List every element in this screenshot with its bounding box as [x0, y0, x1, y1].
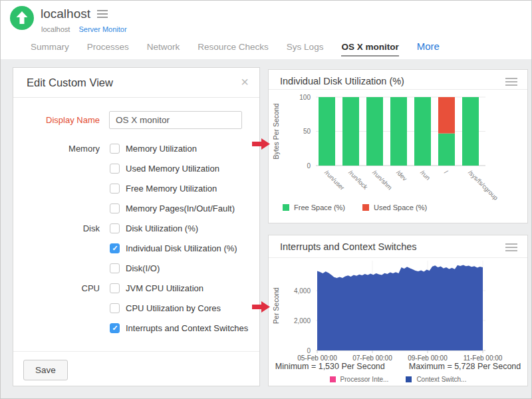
edit-custom-view-panel: Edit Custom View × Display Name MemoryMe…	[13, 67, 260, 386]
option-row-disk-i-o: Disk(I/O)	[13, 258, 259, 278]
chart-legend: Free Space (%)Used Space (%)	[283, 203, 427, 211]
svg-text:05-Feb 00:00: 05-Feb 00:00	[297, 354, 337, 360]
checkbox-label: Disk Utilization (%)	[126, 223, 198, 233]
checkbox-label: Individual Disk Utilization (%)	[126, 243, 237, 253]
legend-label: Used Space (%)	[374, 203, 427, 211]
option-row-cpu-utilization-by-cores: CPU Utilization by Cores	[13, 298, 259, 318]
svg-text:4,000: 4,000	[294, 287, 311, 295]
legend-label: Context Switch...	[416, 376, 466, 383]
group-label: CPU	[13, 283, 100, 293]
chart-min-max-stats: Minimum = 1,530 Per Second Maximum = 5,7…	[269, 362, 527, 371]
save-button[interactable]: Save	[23, 360, 68, 380]
checkbox-free-memory-utilization[interactable]	[110, 184, 120, 194]
svg-text:/: /	[443, 169, 450, 176]
svg-text:11-Feb 00:00: 11-Feb 00:00	[464, 354, 503, 360]
svg-text:07-Feb 00:00: 07-Feb 00:00	[352, 354, 392, 360]
chart-menu-icon[interactable]	[505, 78, 517, 86]
option-row-free-memory-utilization: Free Memory Utilization	[13, 178, 259, 198]
monitor-status-icon	[10, 6, 34, 30]
checkbox-cpu-utilization-by-cores[interactable]	[110, 303, 120, 313]
legend-item-context-switch[interactable]: Context Switch...	[406, 376, 466, 383]
legend-item-processor-inte[interactable]: Processor Inte...	[330, 376, 389, 383]
checkbox-label: Disk(I/O)	[126, 263, 160, 273]
option-row-individual-disk-utilization: Individual Disk Utilization (%)	[13, 238, 259, 258]
metric-checkbox-groups: MemoryMemory UtilizationUsed Memory Util…	[13, 138, 259, 338]
checkbox-memory-pages-in-out-fault[interactable]	[110, 203, 120, 213]
legend-item-free-space[interactable]: Free Space (%)	[283, 203, 345, 211]
tab-resource-checks[interactable]: Resource Checks	[198, 42, 269, 57]
svg-text:/sys/fs/cgroup: /sys/fs/cgroup	[467, 169, 499, 201]
disk-utilization-bar-chart: 050100/run/user/run/lock/run/shm/dev/run…	[269, 91, 528, 201]
server-monitor-screen: localhost localhost Server Monitor Summa…	[0, 0, 532, 399]
tab-more[interactable]: More	[417, 41, 440, 57]
chart-card-header: Individual Disk Utilization (%)	[269, 70, 527, 90]
tab-sys-logs[interactable]: Sys Logs	[287, 42, 324, 57]
svg-text:100: 100	[299, 94, 311, 101]
tab-summary[interactable]: Summary	[31, 42, 69, 57]
chart-menu-icon[interactable]	[505, 243, 517, 251]
checkbox-label: Used Memory Utilization	[126, 164, 219, 174]
chart-legend: Processor Inte...Context Switch...	[269, 376, 527, 383]
tab-processes[interactable]: Processes	[87, 42, 129, 57]
checkbox-memory-utilization[interactable]	[110, 144, 120, 154]
svg-text:09-Feb 00:00: 09-Feb 00:00	[408, 354, 448, 360]
svg-text:Per Second: Per Second	[272, 287, 280, 324]
tab-network[interactable]: Network	[147, 42, 180, 57]
checkbox-disk-utilization[interactable]	[110, 223, 120, 233]
svg-text:/run: /run	[419, 169, 432, 182]
display-name-input[interactable]	[109, 111, 242, 129]
svg-text:2,000: 2,000	[294, 317, 311, 325]
option-row-used-memory-utilization: Used Memory Utilization	[13, 158, 259, 178]
display-name-row: Display Name	[13, 111, 259, 129]
chart-title: Interrupts and Context Switches	[269, 235, 527, 252]
header-menu-icon[interactable]	[97, 10, 108, 18]
legend-item-used-space[interactable]: Used Space (%)	[362, 203, 427, 211]
svg-text:Bytes Per Second: Bytes Per Second	[272, 103, 280, 159]
checkbox-used-memory-utilization[interactable]	[110, 164, 120, 174]
legend-swatch	[283, 204, 289, 211]
chart-card-header: Interrupts and Context Switches	[269, 235, 527, 258]
checkbox-label: JVM CPU Utilization	[126, 283, 203, 293]
page-title: localhost	[41, 7, 90, 21]
checkbox-label: Interrupts and Context Switches	[126, 323, 248, 333]
checkbox-interrupts-and-context-switches[interactable]	[110, 323, 120, 333]
option-row-interrupts-and-context-switches: Interrupts and Context Switches	[13, 318, 259, 338]
checkbox-individual-disk-utilization[interactable]	[110, 243, 120, 253]
interrupts-context-switches-card: Interrupts and Context Switches 02,0004,…	[268, 235, 528, 386]
group-label: Memory	[13, 144, 100, 154]
option-row-memory-pages-in-out-fault: Memory Pages(In/Out/Fault)	[13, 198, 259, 218]
svg-text:0: 0	[307, 162, 311, 170]
red-arrow-icon	[252, 138, 270, 150]
checkbox-jvm-cpu-utilization[interactable]	[110, 283, 120, 293]
svg-text:50: 50	[303, 128, 311, 135]
tab-bar: SummaryProcessesNetworkResource ChecksSy…	[31, 38, 440, 57]
legend-label: Processor Inte...	[340, 376, 389, 383]
red-arrow-icon	[252, 301, 270, 313]
checkbox-disk-i-o[interactable]	[110, 263, 120, 273]
minimum-value: Minimum = 1,530 Per Second	[275, 362, 385, 371]
close-icon[interactable]: ×	[241, 75, 249, 88]
checkbox-label: Memory Pages(In/Out/Fault)	[126, 203, 235, 213]
panel-title: Edit Custom View	[13, 68, 259, 89]
svg-text:0: 0	[307, 347, 311, 354]
breadcrumb-host: localhost	[41, 25, 70, 33]
legend-swatch	[406, 376, 412, 382]
breadcrumb-server-monitor-link[interactable]: Server Monitor	[78, 25, 126, 33]
display-name-label: Display Name	[13, 115, 100, 125]
tab-os-x-monitor[interactable]: OS X monitor	[341, 42, 398, 57]
breadcrumb: localhost Server Monitor	[41, 25, 127, 33]
panel-header: Edit Custom View ×	[13, 68, 259, 98]
svg-text:/dev: /dev	[395, 169, 409, 183]
panel-footer: Save	[13, 351, 259, 386]
checkbox-label: CPU Utilization by Cores	[126, 303, 221, 313]
maximum-value: Maximum = 5,728 Per Second	[409, 362, 521, 371]
checkbox-label: Memory Utilization	[126, 144, 197, 154]
chart-title: Individual Disk Utilization (%)	[269, 70, 527, 86]
group-label: Disk	[13, 223, 100, 233]
option-row-disk-utilization: DiskDisk Utilization (%)	[13, 218, 259, 238]
legend-swatch	[362, 204, 369, 211]
svg-text:/run/lock: /run/lock	[347, 169, 369, 191]
legend-swatch	[330, 376, 336, 382]
option-row-memory-utilization: MemoryMemory Utilization	[13, 138, 259, 158]
interrupts-area-chart: 02,0004,00005-Feb 00:0007-Feb 00:0009-Fe…	[269, 258, 528, 360]
